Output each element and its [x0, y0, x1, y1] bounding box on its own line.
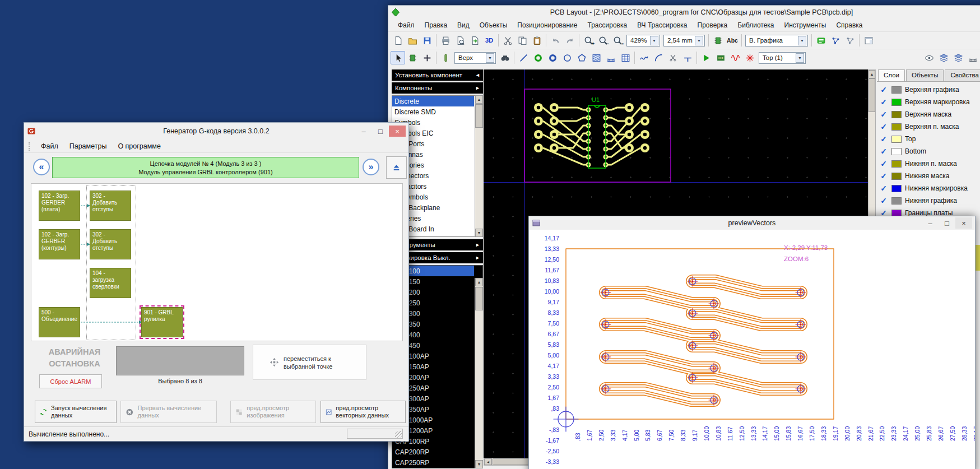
undo-button[interactable] — [548, 34, 563, 47]
place-text-button[interactable]: Abc — [725, 34, 740, 47]
zoom-out-button[interactable]: − — [596, 34, 610, 47]
place-polygon-button[interactable] — [574, 51, 589, 64]
open-file-button[interactable] — [405, 34, 420, 47]
preview-plot-area[interactable]: 14,1713,3312,5011,6710,8310,009,178,337,… — [529, 230, 975, 469]
menu-item[interactable]: Правка — [420, 20, 453, 30]
update-component-button[interactable] — [710, 34, 725, 47]
menu-item[interactable]: Проверка — [693, 20, 733, 30]
eject-module-button[interactable] — [386, 156, 407, 179]
hf-route-button[interactable] — [728, 51, 742, 64]
module-box-offsets-1[interactable]: 302 - Добавить отступы — [90, 191, 131, 221]
run-calculation-button[interactable]: Запуск вычисления данных — [35, 401, 117, 423]
layer-color-swatch[interactable] — [891, 148, 902, 155]
layer-visible-checkbox[interactable]: ✓ — [879, 171, 888, 180]
print-preview-button[interactable] — [453, 34, 467, 47]
redo-button[interactable] — [563, 34, 577, 47]
panel-tab[interactable]: Свойства — [945, 69, 980, 81]
layer-visible-checkbox[interactable]: ✓ — [879, 159, 888, 168]
layer-color-swatch[interactable] — [891, 86, 902, 94]
layer-color-swatch[interactable] — [891, 160, 902, 168]
layer-row[interactable]: ✓ Верхняя маркировка — [877, 96, 980, 108]
menu-item[interactable]: Файл — [393, 20, 420, 30]
layer-color-swatch[interactable] — [891, 197, 902, 205]
contrast-view-button[interactable] — [922, 51, 936, 64]
place-table-button[interactable] — [618, 51, 633, 64]
module-box-grbl[interactable]: 901 - GRBL рулилка — [141, 307, 183, 337]
module-box-offsets-2[interactable]: 302 - Добавить отступы — [90, 229, 131, 259]
print-button[interactable] — [438, 34, 453, 47]
grid-step-combo[interactable]: 2,54 mm▼ — [663, 35, 705, 47]
layer-row[interactable]: ✓ Нижняя графика — [877, 194, 980, 207]
menu-item[interactable]: Вид — [452, 20, 475, 30]
minimize-button[interactable]: – — [922, 217, 939, 229]
layer-row[interactable]: ✓ Нижняя маска — [877, 170, 980, 182]
preview-image-button[interactable]: пред.просмотр изображения — [230, 401, 316, 423]
start-route-button[interactable] — [699, 51, 713, 64]
library-scrollbar[interactable]: ▲▼ — [475, 95, 483, 237]
route-curve-button[interactable] — [637, 51, 651, 64]
maximize-button[interactable]: □ — [939, 217, 955, 229]
route-arc-button[interactable] — [651, 51, 666, 64]
panel-tab[interactable]: Объекты — [906, 69, 944, 81]
save-file-button[interactable] — [420, 34, 434, 47]
menu-item-parameters[interactable]: Параметры — [64, 141, 113, 151]
origin-tool-button[interactable] — [438, 51, 453, 64]
board-side-combo[interactable]: Верх▼ — [454, 52, 496, 64]
layers-bottom-button[interactable] — [951, 51, 965, 64]
maximize-button[interactable]: □ — [372, 126, 389, 137]
component-item[interactable]: CAP300RP — [392, 468, 474, 468]
component-item[interactable]: CAP200RP — [392, 447, 474, 457]
layer-row[interactable]: ✓ Bottom — [877, 145, 980, 157]
place-node-button[interactable] — [420, 51, 434, 64]
view-3d-button[interactable]: 3D — [482, 34, 496, 47]
place-line-button[interactable] — [516, 51, 531, 64]
menu-item[interactable]: Объекты — [475, 20, 513, 30]
components-header[interactable]: Компоненты ► — [392, 82, 483, 94]
pcb-title-bar[interactable]: PCB Layout - [Z:\PROJECTS\0060_program f… — [388, 6, 980, 19]
dimension-button[interactable] — [603, 51, 618, 64]
gcode-title-bar[interactable]: Генератор G-кода версия 3.0.0.2 – □ × — [24, 123, 408, 140]
abort-calculation-button[interactable]: Прервать вычисление данных — [120, 401, 217, 423]
layer-row[interactable]: ✓ Нижняя маркировка — [877, 182, 980, 194]
library-item[interactable]: Discrete — [392, 96, 474, 106]
layer-row[interactable]: ✓ Верхняя графика — [877, 83, 980, 96]
log-button[interactable] — [814, 34, 828, 47]
library-item[interactable]: Discrete SMD — [392, 106, 474, 117]
menu-item[interactable]: Библиотека — [732, 20, 779, 30]
measure-button[interactable] — [965, 51, 980, 64]
menu-item-file[interactable]: Файл — [35, 141, 64, 151]
layer-visible-checkbox[interactable]: ✓ — [879, 110, 888, 119]
layer-row[interactable]: ✓ Нижняя п. маска — [877, 157, 980, 170]
place-circle-button[interactable] — [560, 51, 574, 64]
graphics-layer-combo[interactable]: В. Графика▼ — [745, 35, 808, 47]
layer-row[interactable]: ✓ Верхняя п. маска — [877, 120, 980, 133]
zoom-level-combo[interactable]: 429%▼ — [626, 35, 660, 47]
menu-item[interactable]: Справка — [831, 20, 867, 30]
layer-visible-checkbox[interactable]: ✓ — [879, 184, 888, 193]
close-button[interactable]: × — [955, 217, 972, 229]
active-layer-combo[interactable]: Top (1)▼ — [759, 52, 806, 64]
layer-color-swatch[interactable] — [891, 185, 902, 192]
place-component-header[interactable]: Установить компонент ◄ — [392, 69, 483, 81]
zoom-in-button[interactable]: + — [581, 34, 596, 47]
search-button[interactable] — [498, 51, 512, 64]
preview-vectors-button[interactable]: пред.просмотр векторных данных — [321, 401, 406, 423]
export-button[interactable] — [467, 34, 482, 47]
cut-button[interactable] — [500, 34, 515, 47]
prev-module-button[interactable]: « — [33, 159, 50, 175]
module-box-merge[interactable]: 500 - Объединение — [39, 307, 80, 337]
menu-item[interactable]: ВЧ Трассировка — [632, 20, 692, 30]
minimize-button[interactable]: – — [355, 126, 372, 137]
close-button[interactable]: × — [389, 126, 406, 137]
layer-visible-checkbox[interactable]: ✓ — [879, 196, 888, 205]
junction-button[interactable] — [680, 51, 695, 64]
copper-pour-button[interactable] — [589, 51, 603, 64]
layer-visible-checkbox[interactable]: ✓ — [879, 147, 888, 156]
new-file-button[interactable] — [391, 34, 405, 47]
layer-visible-checkbox[interactable]: ✓ — [879, 97, 888, 106]
copy-button[interactable] — [515, 34, 530, 47]
layer-color-swatch[interactable] — [891, 173, 902, 180]
unroute-button[interactable] — [666, 51, 680, 64]
move-to-point-button[interactable]: переместиться к выбранной точке — [253, 345, 366, 380]
zoom-window-button[interactable]: ▫ — [610, 34, 625, 47]
